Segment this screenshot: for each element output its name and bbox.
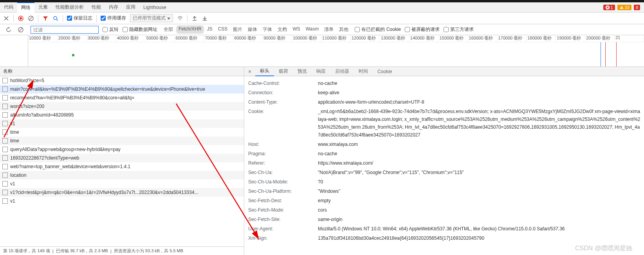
request-row[interactable]: recommend?kw=%E9%9F%B3%E4%B9%90&core=all… <box>0 93 244 102</box>
chevron-down-icon <box>167 17 170 20</box>
request-row[interactable]: albumInfo?albumId=48208895 <box>0 111 244 119</box>
header-key: Pragma: <box>248 150 318 158</box>
timeline-body[interactable] <box>28 42 644 66</box>
main-tab-2[interactable]: 元素 <box>34 2 52 13</box>
main-tab-1[interactable]: 网络 <box>17 2 34 13</box>
stop-icon[interactable] <box>18 27 24 33</box>
type-filter-CSS[interactable]: CSS <box>216 25 230 34</box>
request-row[interactable]: v1 <box>0 119 244 128</box>
throttling-select[interactable]: 已停用节流模式 <box>130 14 173 22</box>
search-icon[interactable] <box>52 15 59 22</box>
request-row[interactable]: location <box>0 171 244 180</box>
type-filter-Wasm[interactable]: Wasm <box>303 25 321 34</box>
type-filter-图片[interactable]: 图片 <box>231 25 245 34</box>
preserve-log-label: 保留日志 <box>74 15 92 22</box>
type-filter-WS[interactable]: WS <box>290 25 302 34</box>
request-row[interactable]: main?core=all&kw=%E9%9F%B3%E4%B9%90&spel… <box>0 85 244 93</box>
preserve-log-checkbox[interactable]: 保留日志 <box>67 15 92 22</box>
file-icon <box>2 155 8 161</box>
request-row[interactable]: words?size=200 <box>0 102 244 111</box>
devtools-root: 代码网络元素性能数据分析性能内存应用Lighthouse 1 33 8 <box>0 0 644 255</box>
main-panel: 名称 hotWord?size=5main?core=all&kw=%E9%9F… <box>0 67 644 255</box>
close-icon[interactable] <box>3 15 9 22</box>
blocked-requests-checkbox[interactable]: 被屏蔽的请求 <box>405 26 440 33</box>
main-tab-3[interactable]: 性能数据分析 <box>52 2 88 13</box>
wifi-icon[interactable] <box>177 15 183 22</box>
request-row[interactable]: queryAllData?app=web&group=new-hybrid&ke… <box>0 145 244 154</box>
request-row[interactable]: web?name=top_banner_web&device=web&versi… <box>0 162 244 171</box>
detail-tab-2[interactable]: 预览 <box>293 67 312 76</box>
request-row[interactable]: time <box>0 136 244 145</box>
headers-body[interactable]: Cache-Control:no-cacheConnection:keep-al… <box>244 76 644 255</box>
header-key: User-Agent: <box>248 225 318 233</box>
detail-tab-5[interactable]: 时间 <box>354 67 373 76</box>
detail-tab-3[interactable]: 响应 <box>312 67 330 76</box>
type-filter-JS[interactable]: JS <box>205 25 215 34</box>
main-tab-6[interactable]: 应用 <box>122 2 139 13</box>
disable-cache-checkbox[interactable]: 停用缓存 <box>101 15 126 22</box>
file-icon <box>2 86 8 92</box>
error-badge[interactable]: 1 <box>603 5 615 10</box>
header-key: Xm-Sign: <box>248 234 318 242</box>
main-tab-0[interactable]: 代码 <box>0 2 17 13</box>
time-tick: 20000 毫秒 <box>58 35 87 42</box>
main-tab-4[interactable]: 性能 <box>88 2 105 13</box>
header-row: Referer:https://www.ximalaya.com/ <box>248 158 644 168</box>
request-row[interactable]: time <box>0 128 244 136</box>
request-name: words?size=200 <box>10 104 44 109</box>
filter-icon[interactable] <box>42 15 49 22</box>
error-icon <box>605 5 610 10</box>
timeline-overview[interactable]: 10000 毫秒20000 毫秒30000 毫秒40000 毫秒50000 毫秒… <box>0 35 644 67</box>
request-row[interactable]: 1693202228672?clientType=web <box>0 154 244 162</box>
blocked-cookies-checkbox[interactable]: 有已拦截的 Cookie <box>355 26 401 33</box>
type-filter-字体[interactable]: 字体 <box>260 25 274 34</box>
header-row: Cache-Control:no-cache <box>248 79 644 88</box>
time-tick: 100000 毫秒 <box>292 35 321 42</box>
header-row: Sec-Ch-Ua-Platform:"Windows" <box>248 187 644 196</box>
filter-input[interactable] <box>31 26 99 34</box>
main-tab-5[interactable]: 内存 <box>105 2 122 13</box>
request-name: queryAllData?app=web&group=new-hybrid&ke… <box>10 147 121 152</box>
time-tick: 150000 毫秒 <box>439 35 468 42</box>
header-key: Sec-Ch-Ua-Platform: <box>248 187 318 195</box>
type-filter-媒体[interactable]: 媒体 <box>245 25 260 34</box>
error-count: 1 <box>611 5 613 10</box>
warn-icon <box>619 5 624 10</box>
footer-transferred: 已传输 36.7 kB，共 2.3 MB <box>56 248 108 254</box>
detail-tab-1[interactable]: 载荷 <box>274 67 293 76</box>
reload-icon[interactable] <box>5 27 12 33</box>
hide-data-urls-checkbox[interactable]: 隐藏数据网址 <box>123 26 157 33</box>
svg-rect-4 <box>621 7 622 8</box>
detail-tab-4[interactable]: 启动器 <box>330 67 354 76</box>
upload-icon[interactable] <box>191 15 198 22</box>
close-detail-icon[interactable]: × <box>244 68 255 75</box>
main-tab-7[interactable]: Lighthouse <box>139 2 170 13</box>
warn-badge[interactable]: 33 <box>617 5 631 10</box>
third-party-checkbox[interactable]: 第三方请求 <box>444 26 474 33</box>
red-badge[interactable]: 8 <box>634 5 640 10</box>
type-filter-全部[interactable]: 全部 <box>161 25 175 34</box>
detail-tab-0[interactable]: 标头 <box>255 67 274 76</box>
request-row[interactable]: hotWord?size=5 <box>0 76 244 85</box>
type-filter-文档[interactable]: 文档 <box>275 25 289 34</box>
record-button[interactable] <box>18 15 24 22</box>
invert-label: 反转 <box>109 26 119 33</box>
type-filter-其他[interactable]: 其他 <box>337 25 351 34</box>
request-name: v1 <box>10 181 15 187</box>
download-icon[interactable] <box>202 15 208 22</box>
header-value: empty <box>318 197 644 205</box>
clear-button[interactable] <box>28 15 34 22</box>
header-row: Sec-Fetch-Dest:empty <box>248 196 644 205</box>
request-row[interactable]: v1?cid=test&p=j&m=q&c=0&e=n&s=1&r=2iVfwH… <box>0 188 244 197</box>
request-row[interactable]: v1 <box>0 197 244 205</box>
file-icon <box>2 138 8 144</box>
type-filter-清单[interactable]: 清单 <box>322 25 336 34</box>
invert-checkbox[interactable]: 反转 <box>103 26 119 33</box>
type-filter-Fetch/XHR[interactable]: Fetch/XHR <box>176 25 204 34</box>
detail-tab-6[interactable]: Cookie <box>373 67 397 76</box>
svg-point-9 <box>20 17 22 20</box>
time-tick: 120000 毫秒 <box>351 35 380 42</box>
request-row[interactable]: v1 <box>0 180 244 188</box>
header-key: Cookie: <box>248 108 318 139</box>
list-header-name[interactable]: 名称 <box>0 67 244 76</box>
